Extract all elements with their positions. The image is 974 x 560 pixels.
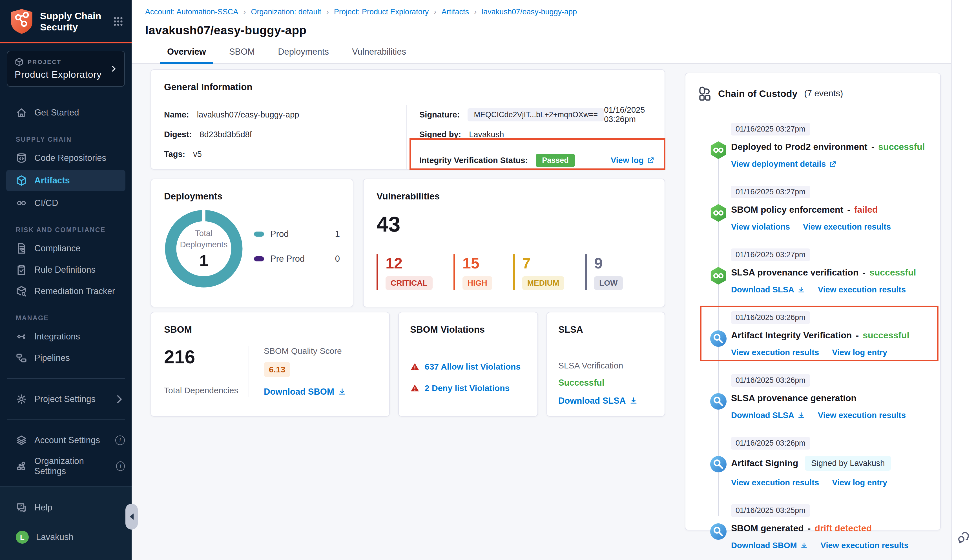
donut-center-value: 1: [199, 251, 208, 270]
tab-sbom[interactable]: SBOM: [222, 47, 262, 63]
user-name: Lavakush: [36, 532, 73, 542]
sidebar-item-help[interactable]: ? Help: [0, 497, 132, 518]
main-area: Account: Automation-SSCA › Organization:…: [132, 0, 951, 560]
allow-list-violations-link[interactable]: 637 Allow list Violations: [410, 362, 526, 372]
sidebar-collapse-handle[interactable]: [125, 504, 138, 530]
home-icon: [16, 107, 27, 118]
sidebar-item-remediation-tracker[interactable]: Remediation Tracker: [0, 280, 132, 302]
sidebar-header: Supply Chain Security: [0, 0, 132, 42]
slsa-verification-status: Successful: [558, 378, 653, 388]
breadcrumb-account[interactable]: Account: Automation-SSCA: [145, 8, 238, 16]
section-manage: MANAGE: [0, 302, 132, 326]
vulnerabilities-card: Vulnerabilities 43 12 CRITICAL 15 HIGH: [363, 178, 665, 307]
view-violations-link[interactable]: View violations: [731, 222, 790, 232]
download-sbom-link[interactable]: Download SBOM: [264, 387, 346, 397]
support-chat-icon[interactable]: [957, 531, 970, 545]
view-execution-results-link[interactable]: View execution results: [731, 348, 819, 357]
view-log-entry-link[interactable]: View log entry: [832, 478, 887, 487]
sidebar-item-organization-settings[interactable]: Organization Settings i: [0, 451, 132, 482]
chain-of-custody-card: Chain of Custody (7 events): [685, 73, 941, 530]
breadcrumb-separator: ›: [243, 7, 246, 16]
sidebar-item-get-started[interactable]: Get Started: [0, 102, 132, 123]
view-execution-results-link[interactable]: View execution results: [803, 222, 891, 232]
breadcrumb-artifact-name[interactable]: lavakush07/easy-buggy-app: [482, 8, 577, 16]
legend-item-preprod: Pre Prod 0: [254, 254, 340, 264]
deny-list-violations-link[interactable]: 2 Deny list Violations: [410, 383, 526, 393]
sidebar-item-pipelines[interactable]: Pipelines: [0, 347, 132, 369]
sidebar-item-rule-definitions[interactable]: Rule Definitions: [0, 259, 132, 280]
sidebar-item-compliance[interactable]: Compliance: [0, 238, 132, 259]
right-rail: [951, 0, 974, 560]
event-timestamp: 01/16/2025 03:27pm: [731, 123, 810, 135]
sbom-violations-card: SBOM Violations 637 Allow list Violation…: [398, 312, 538, 417]
sidebar-item-artifacts[interactable]: Artifacts: [6, 170, 125, 191]
download-slsa-link[interactable]: Download SLSA: [731, 411, 805, 420]
app-root: Supply Chain Security PROJECT Product Ex…: [0, 0, 974, 560]
severity-high: 15 HIGH: [454, 254, 492, 290]
sbom-quality-score: 6.13: [264, 362, 290, 377]
event-status: drift detected: [814, 523, 872, 533]
scan-event-icon: [710, 455, 727, 473]
external-link-icon: [829, 160, 836, 168]
custody-event: 01/16/2025 03:27pm SBOM policy enforceme…: [698, 186, 940, 232]
breadcrumb-organization[interactable]: Organization: default: [251, 8, 321, 16]
signature-value: MEQCICde2VjIT...bL+2+mqnOXw==: [467, 108, 604, 122]
signature-date: 01/16/2025 03:26pm: [604, 105, 654, 124]
chevron-right-icon: [110, 65, 118, 73]
sbom-violations-title: SBOM Violations: [410, 324, 526, 335]
tab-overview[interactable]: Overview: [160, 47, 213, 63]
sidebar-item-project-settings[interactable]: Project Settings: [0, 388, 132, 410]
event-timestamp: 01/16/2025 03:26pm: [731, 437, 810, 450]
name-label: Name:: [164, 110, 189, 120]
event-status: successful: [869, 267, 916, 278]
tab-vulnerabilities[interactable]: Vulnerabilities: [345, 47, 414, 63]
signed-by-badge: Signed by Lavakush: [805, 456, 891, 471]
view-execution-results-link[interactable]: View execution results: [818, 411, 906, 420]
info-icon[interactable]: i: [116, 462, 125, 471]
breadcrumb-separator: ›: [474, 7, 477, 16]
sidebar-item-account-settings[interactable]: Account Settings i: [0, 430, 132, 451]
breadcrumb-artifacts[interactable]: Artifacts: [441, 8, 469, 16]
divider: [7, 420, 125, 420]
svg-text:?: ?: [20, 504, 22, 508]
download-icon: [801, 542, 808, 549]
view-execution-results-link[interactable]: View execution results: [731, 478, 819, 487]
severity-low: 9 LOW: [585, 254, 622, 290]
signed-by-label: Signed by:: [419, 130, 461, 139]
sbom-quality-label: SBOM Quality Score: [264, 346, 346, 356]
warning-triangle-icon: [410, 383, 420, 393]
custody-event: 01/16/2025 03:25pm SBOM generated - drif…: [698, 504, 940, 550]
custody-event: 01/16/2025 03:27pm Deployed to Prod2 env…: [698, 123, 940, 169]
general-info-left: Name:lavakush07/easy-buggy-app Digest:8d…: [164, 105, 406, 170]
download-slsa-link[interactable]: Download SLSA: [731, 285, 805, 294]
sidebar-item-code-repositories[interactable]: Code Repositories: [0, 147, 132, 169]
content: General Information Name:lavakush07/easy…: [132, 64, 951, 530]
project-name: Product Exploratory: [15, 69, 117, 80]
preprod-count: 0: [335, 254, 340, 264]
sbom-totals: 216 Total Dependencies: [164, 346, 249, 397]
app-switcher-icon[interactable]: [113, 14, 124, 29]
download-sbom-link[interactable]: Download SBOM: [731, 541, 808, 550]
tags-value: v5: [193, 150, 202, 159]
document-search-icon: [16, 243, 27, 254]
sidebar-item-cicd[interactable]: CI/CD: [0, 192, 132, 214]
breadcrumb-project[interactable]: Project: Product Exploratory: [334, 8, 429, 16]
artifact-name-value: lavakush07/easy-buggy-app: [197, 110, 299, 120]
pipeline-event-icon: [710, 204, 727, 222]
sbom-title: SBOM: [164, 324, 376, 335]
view-log-entry-link[interactable]: View log entry: [832, 348, 887, 357]
info-icon[interactable]: i: [115, 435, 125, 445]
view-execution-results-link[interactable]: View execution results: [821, 541, 909, 550]
project-selector[interactable]: PROJECT Product Exploratory: [7, 51, 125, 87]
tab-deployments[interactable]: Deployments: [270, 47, 336, 63]
page-header: Account: Automation-SSCA › Organization:…: [132, 0, 951, 64]
download-slsa-link[interactable]: Download SLSA: [558, 396, 653, 406]
view-execution-results-link[interactable]: View execution results: [818, 285, 906, 294]
view-deployment-details-link[interactable]: View deployment details: [731, 160, 836, 169]
user-menu[interactable]: L Lavakush: [0, 526, 132, 549]
box-tool-icon: [16, 286, 27, 297]
scan-event-icon: [710, 330, 727, 347]
event-title: SLSA provenance verification: [731, 267, 859, 278]
custody-event: 01/16/2025 03:27pm SLSA provenance verif…: [698, 248, 940, 294]
sidebar-item-integrations[interactable]: Integrations: [0, 326, 132, 347]
